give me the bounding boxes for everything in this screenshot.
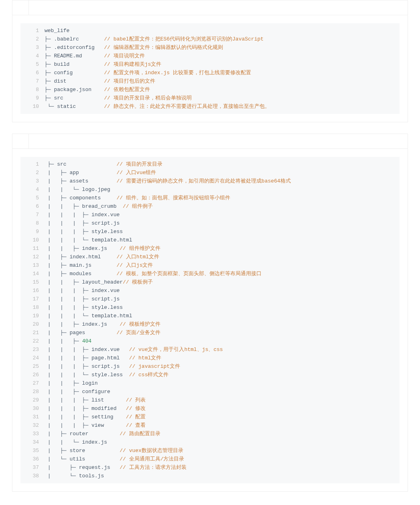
code-text: | | | └─ style.less // css样式文件 (45, 371, 168, 379)
line-number: 15 (20, 278, 45, 286)
line-number: 31 (20, 413, 45, 421)
code-text: ├─ build // 项目构建相关js文件 (45, 60, 161, 69)
code-text: | └─ utils // 全局通用工具/方法目录 (45, 455, 184, 463)
code-text: | | └─ logo.jpeg (45, 185, 110, 194)
line-number: 4 (20, 52, 45, 60)
code-line: 31 | | | ├─ setting // 配置 (20, 413, 400, 421)
line-number: 8 (20, 85, 45, 94)
line-number: 9 (20, 227, 45, 236)
code-block-2: 1 ├─ src // 项目的开发目录2 | ├─ app // 入口vue组件… (12, 134, 408, 492)
code-text: ├─ package.json // 依赖包配置文件 (45, 85, 150, 94)
code-text: | └─ tools.js (45, 472, 104, 480)
code-text: web_life (45, 26, 69, 35)
line-number: 10 (20, 236, 45, 244)
code-text: | | | ├─ index.vue (45, 286, 120, 295)
code-line: 13 | ├─ main.js // 入口js文件 (20, 261, 400, 270)
code-line: 9 | | | ├─ style.less (20, 227, 400, 236)
code-block-body: 1 ├─ src // 项目的开发目录2 | ├─ app // 入口vue组件… (20, 157, 400, 483)
line-number: 32 (20, 421, 45, 430)
line-number: 25 (20, 362, 45, 371)
line-number: 27 (20, 379, 45, 387)
code-text: | | | ├─ page.html // html文件 (45, 354, 161, 362)
code-line: 30 | | | ├─ modified // 修改 (20, 404, 400, 413)
code-block-body: 1web_life2├─ .babelrc // babel配置文件：把ES6代… (20, 23, 400, 114)
code-text: | | ├─ configure (45, 387, 110, 396)
code-text: ├─ .babelrc // babel配置文件：把ES6代码转化为浏览器可识别… (45, 35, 264, 43)
line-number: 12 (20, 253, 45, 261)
line-number: 36 (20, 455, 45, 463)
line-number: 35 (20, 446, 45, 455)
code-text: | | | ├─ script.js (45, 219, 120, 227)
code-line: 1 ├─ src // 项目的开发目录 (20, 160, 400, 168)
code-line: 25 | | | ├─ script.js // javascript文件 (20, 362, 400, 371)
code-line: 36 | └─ utils // 全局通用工具/方法目录 (20, 455, 400, 463)
code-line: 28 | | ├─ configure (20, 387, 400, 396)
code-text: ├─ dist // 项目打包后的文件 (45, 77, 155, 85)
line-number: 13 (20, 261, 45, 270)
code-line: 11 | | ├─ index.js // 组件维护文件 (20, 244, 400, 253)
line-number: 8 (20, 219, 45, 227)
code-text: | ├─ store // vuex数据状态管理目录 (45, 446, 183, 455)
line-number: 14 (20, 270, 45, 278)
line-number: 6 (20, 202, 45, 211)
code-text: | | | ├─ modified // 修改 (45, 404, 146, 413)
code-line: 29 | | | ├─ list // 列表 (20, 396, 400, 404)
code-text: | ├─ modules // 模板。如整个页面框架、页面头部、侧边栏等布局通用… (45, 270, 262, 278)
line-number: 16 (20, 286, 45, 295)
code-line: 6├─ config // 配置文件项，index.js 比较重要，打包上线需要… (20, 69, 400, 77)
code-text: ├─ README.md // 项目说明文件 (45, 52, 145, 60)
code-line: 33 | ├─ router // 路由配置目录 (20, 430, 400, 438)
code-text: | | | └─ template.html (45, 236, 132, 244)
code-line: 4 | | └─ logo.jpeg (20, 185, 400, 194)
code-text: | | | ├─ index.vue (45, 211, 120, 219)
line-number: 22 (20, 337, 45, 345)
code-text: | | | └─ template.html (45, 312, 132, 320)
line-number: 1 (20, 160, 45, 168)
code-text: ├─ .editorconfig // 编辑器配置文件：编辑器默认的代码格式化规… (45, 43, 223, 52)
code-line: 34 | | └─ index.js (20, 438, 400, 446)
line-number: 37 (20, 463, 45, 472)
line-number: 5 (20, 194, 45, 202)
code-text: | ├─ pages // 页面/业务文件 (45, 329, 160, 337)
code-text: | | ├─ index.js // 模板维护文件 (45, 320, 160, 329)
code-line: 27 | | ├─ login (20, 379, 400, 387)
code-line: 7├─ dist // 项目打包后的文件 (20, 77, 400, 85)
line-number: 7 (20, 211, 45, 219)
code-line: 10 └─ static // 静态文件。注：此处文件不需要进行工具处理，直接输… (20, 102, 400, 111)
code-block-header (12, 0, 408, 15)
code-line: 32 | | | ├─ view // 查看 (20, 421, 400, 430)
code-text: | | ├─ 404 (45, 337, 91, 345)
code-text: | | ├─ index.js // 组件维护文件 (45, 244, 160, 253)
line-number: 2 (20, 35, 45, 43)
code-text: | | | ├─ style.less (45, 227, 123, 236)
line-number: 11 (20, 244, 45, 253)
code-line: 37 | ├─ request.js // 工具方法：请求方法封装 (20, 463, 400, 472)
code-text: └─ static // 静态文件。注：此处文件不需要进行工具处理，直接输出至生… (45, 102, 270, 111)
line-number: 30 (20, 404, 45, 413)
code-line: 12 | ├─ index.html // 入口html文件 (20, 253, 400, 261)
code-line: 2├─ .babelrc // babel配置文件：把ES6代码转化为浏览器可识… (20, 35, 400, 43)
code-line: 1web_life (20, 26, 400, 35)
code-text: | ├─ main.js // 入口js文件 (45, 261, 153, 270)
code-block-header (12, 134, 408, 149)
line-number: 21 (20, 329, 45, 337)
code-line: 15 | | ├─ layout_header// 模板例子 (20, 278, 400, 286)
code-text: | ├─ assets // 需要进行编码的静态文件，如引用的图片在此处将被处理… (45, 177, 291, 185)
code-line: 21 | ├─ pages // 页面/业务文件 (20, 329, 400, 337)
code-line: 26 | | | └─ style.less // css样式文件 (20, 371, 400, 379)
code-text: | ├─ app // 入口vue组件 (45, 168, 156, 177)
line-number: 38 (20, 472, 45, 480)
line-number: 33 (20, 430, 45, 438)
line-number: 23 (20, 345, 45, 354)
code-line: 14 | ├─ modules // 模板。如整个页面框架、页面头部、侧边栏等布… (20, 270, 400, 278)
code-line: 35 | ├─ store // vuex数据状态管理目录 (20, 446, 400, 455)
code-text: | ├─ index.html // 入口html文件 (45, 253, 159, 261)
line-number: 4 (20, 185, 45, 194)
code-text: | ├─ router // 路由配置目录 (45, 430, 160, 438)
line-number: 5 (20, 60, 45, 69)
line-number: 26 (20, 371, 45, 379)
line-number: 7 (20, 77, 45, 85)
code-line: 38 | └─ tools.js (20, 472, 400, 480)
code-line: 7 | | | ├─ index.vue (20, 211, 400, 219)
code-line: 17 | | | ├─ script.js (20, 295, 400, 303)
